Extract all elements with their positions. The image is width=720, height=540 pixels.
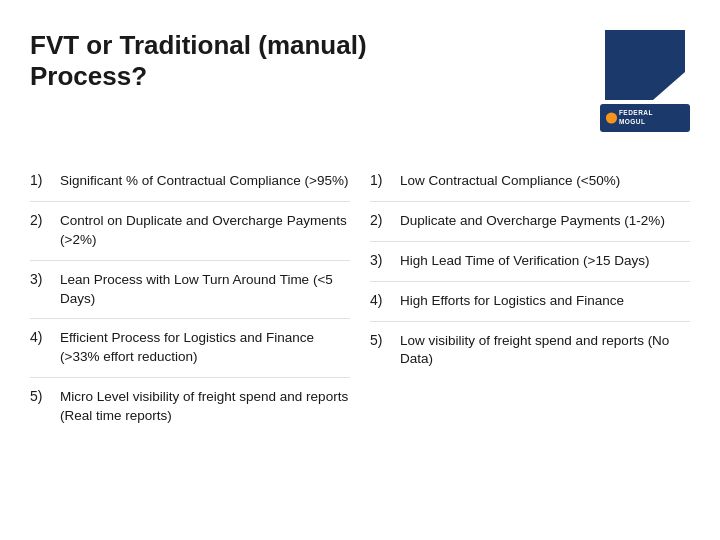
left-column: 1) Significant % of Contractual Complian… [30,162,350,436]
right-item: 1) Low Contractual Compliance (<50%) [370,162,690,202]
item-number: 4) [370,292,392,308]
item-number: 1) [30,172,52,188]
slide-title: FVT or Traditional (manual) Process? [30,30,367,92]
svg-point-0 [606,112,617,123]
left-item: 4) Efficient Process for Logistics and F… [30,319,350,378]
item-text: Control on Duplicate and Overcharge Paym… [60,212,350,250]
item-number: 5) [30,388,52,404]
title-line1: FVT or Traditional (manual) [30,30,367,60]
item-number: 4) [30,329,52,345]
left-item: 2) Control on Duplicate and Overcharge P… [30,202,350,261]
svg-text:FEDERAL: FEDERAL [619,109,653,116]
right-item: 5) Low visibility of freight spend and r… [370,322,690,380]
right-item: 4) High Efforts for Logistics and Financ… [370,282,690,322]
item-text: High Lead Time of Verification (>15 Days… [400,252,650,271]
logo-text: FEDERAL MOGUL [600,104,690,132]
left-item: 3) Lean Process with Low Turn Around Tim… [30,261,350,320]
logo-area: FEDERAL MOGUL [600,30,690,132]
right-item: 2) Duplicate and Overcharge Payments (1-… [370,202,690,242]
right-column: 1) Low Contractual Compliance (<50%) 2) … [370,162,690,436]
item-number: 3) [370,252,392,268]
title-line2: Process? [30,61,147,91]
item-text: Lean Process with Low Turn Around Time (… [60,271,350,309]
item-text: Efficient Process for Logistics and Fina… [60,329,350,367]
content-grid: 1) Significant % of Contractual Complian… [30,162,690,436]
slide-header: FVT or Traditional (manual) Process? FED… [30,30,690,132]
right-item: 3) High Lead Time of Verification (>15 D… [370,242,690,282]
item-text: Low Contractual Compliance (<50%) [400,172,620,191]
left-item: 5) Micro Level visibility of freight spe… [30,378,350,436]
item-number: 2) [370,212,392,228]
svg-text:MOGUL: MOGUL [619,118,646,125]
item-number: 3) [30,271,52,287]
logo-shape [605,30,685,100]
item-text: Duplicate and Overcharge Payments (1-2%) [400,212,665,231]
item-number: 2) [30,212,52,228]
item-text: Micro Level visibility of freight spend … [60,388,350,426]
item-number: 1) [370,172,392,188]
left-item: 1) Significant % of Contractual Complian… [30,162,350,202]
slide-page: FVT or Traditional (manual) Process? FED… [0,0,720,540]
item-text: Low visibility of freight spend and repo… [400,332,690,370]
federal-mogul-logo-svg: FEDERAL MOGUL [604,106,686,130]
item-text: Significant % of Contractual Compliance … [60,172,349,191]
item-text: High Efforts for Logistics and Finance [400,292,624,311]
item-number: 5) [370,332,392,348]
